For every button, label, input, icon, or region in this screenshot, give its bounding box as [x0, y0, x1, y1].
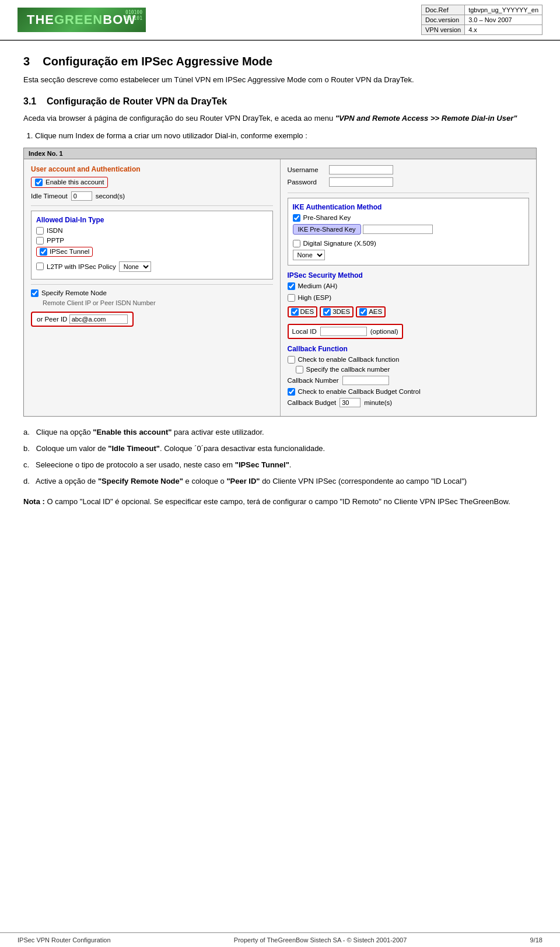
dial-in-title: Allowed Dial-In Type [36, 216, 268, 224]
panel-title: Index No. 1 [24, 148, 536, 159]
specify-remote-label: Specify Remote Node [41, 289, 107, 296]
panel-right: Username Password IKE Authentication Met… [281, 159, 537, 416]
l2tp-row: L2TP with IPSec Policy None [36, 261, 268, 272]
username-row: Username [288, 165, 530, 174]
section3-heading: 3 Configuração em IPSec Aggressive Mode [23, 55, 537, 68]
peer-id-input[interactable] [69, 314, 128, 324]
below-steps: a. Clique na opção "Enable this account"… [23, 426, 537, 488]
callback-number-input[interactable] [342, 376, 389, 385]
local-id-optional: (optional) [370, 328, 398, 335]
doc-info-table: Doc.Ref tgbvpn_ug_YYYYYY_en Doc.version … [421, 5, 542, 35]
ipsec-security-title: IPSec Security Method [288, 271, 530, 279]
step-b-letter: b. [23, 444, 30, 453]
preshared-key-checkbox[interactable] [293, 214, 300, 222]
password-row: Password [288, 177, 530, 187]
or-peer-id-label: or Peer ID [37, 316, 67, 323]
ipsec-checkbox[interactable] [40, 248, 47, 256]
local-id-label: Local ID [292, 328, 317, 335]
check-enable-callback-row: Check to enable Callback function [288, 356, 530, 364]
config-panel: Index No. 1 User account and Authenticat… [23, 148, 537, 417]
ike-preshared-row: IKE Pre-Shared Key [293, 224, 524, 237]
aes-label: AES [369, 308, 382, 315]
step-a-rest: para activar este utilizador. [172, 428, 264, 436]
callback-section: Callback Function Check to enable Callba… [288, 345, 530, 407]
step-d-mid: e coloque o [183, 477, 226, 485]
callback-number-label: Callback Number [288, 377, 339, 384]
digital-sig-label: Digital Signature (X.509) [303, 240, 376, 247]
check-budget-row: Check to enable Callback Budget Control [288, 388, 530, 396]
specify-remote-checkbox[interactable] [31, 289, 38, 297]
ike-preshared-key-input[interactable] [363, 225, 433, 234]
des-highlight: DES [288, 306, 318, 317]
nota-block: Nota : O campo "Local ID" é opcional. Se… [23, 496, 537, 508]
footer-center: Property of TheGreenBow Sistech SA - © S… [234, 936, 407, 943]
high-esp-checkbox[interactable] [288, 294, 295, 302]
step-a: a. Clique na opção "Enable this account"… [23, 426, 537, 439]
doc-ref-label: Doc.Ref [421, 5, 464, 15]
username-label: Username [288, 166, 326, 173]
step-a-bold: "Enable this account" [93, 428, 172, 436]
step-c-text: Seleecione o tipo de protocolo a ser usa… [36, 460, 235, 469]
step-a-letter: a. [23, 428, 30, 436]
password-input[interactable] [329, 177, 393, 187]
specify-remote-checkbox-row: Specify Remote Node [31, 289, 273, 297]
ike-section: IKE Authentication Method Pre-Shared Key… [288, 198, 530, 265]
footer-left: IPSec VPN Router Configuration [18, 936, 111, 943]
section31-body: Aceda via browser á página de configuraç… [23, 113, 537, 125]
enable-account-checkbox[interactable] [35, 179, 43, 186]
ike-preshared-key-btn[interactable]: IKE Pre-Shared Key [293, 224, 361, 235]
isdn-label: ISDN [47, 227, 62, 234]
enable-callback-checkbox[interactable] [288, 356, 295, 364]
logo-text: THEGREENBOW [27, 12, 136, 27]
specify-callback-checkbox[interactable] [296, 366, 303, 373]
step-d-letter: d. [23, 477, 30, 485]
3des-checkbox[interactable] [323, 308, 331, 316]
enable-account-row: Enable this account [31, 177, 108, 188]
digital-dropdown[interactable]: None [293, 250, 325, 260]
page-footer: IPSec VPN Router Configuration Property … [0, 932, 560, 947]
idle-timeout-input[interactable] [71, 191, 92, 201]
user-account-section-title: User account and Authentication [31, 165, 273, 173]
des-label: DES [300, 308, 314, 315]
section31-title: Configuração de Router VPN da DrayTek [47, 96, 227, 106]
local-id-section: Local ID (optional) [288, 321, 530, 339]
pptp-checkbox[interactable] [36, 237, 44, 244]
step-d-text: Active a opção de [36, 477, 98, 485]
password-label: Password [288, 179, 326, 186]
l2tp-checkbox[interactable] [36, 263, 44, 270]
step-c-bold: "IPSec Tunnel" [235, 460, 289, 469]
digital-sig-row: Digital Signature (X.509) [293, 240, 524, 247]
local-id-input[interactable] [320, 327, 367, 336]
des-checkbox[interactable] [291, 308, 299, 316]
nota-text: O campo "Local ID" é opcional. Se especi… [45, 497, 510, 506]
logo-box: THEGREENBOW 010100011101 [18, 8, 146, 32]
idle-timeout-label: Idle Timeout [31, 193, 68, 200]
logo-code: 010100011101 [125, 10, 142, 21]
digital-sig-checkbox[interactable] [293, 240, 300, 247]
callback-budget-input[interactable] [340, 398, 360, 407]
section3-title: Configuração em IPSec Aggressive Mode [43, 55, 272, 68]
step-d: d. Active a opção de "Specify Remote Nod… [23, 475, 537, 488]
enable-account-label: Enable this account [46, 179, 104, 186]
l2tp-label: L2TP with IPSec Policy [47, 263, 116, 270]
callback-title: Callback Function [288, 345, 530, 353]
panel-body: User account and Authentication Enable t… [24, 159, 536, 416]
username-input[interactable] [329, 165, 393, 174]
aes-highlight: AES [356, 306, 386, 317]
step-1: Clique num Index de forma a criar um nov… [35, 130, 537, 142]
logo-area: THEGREENBOW 010100011101 [18, 5, 410, 35]
isdn-checkbox[interactable] [36, 227, 44, 235]
doc-ref-value: tgbvpn_ug_YYYYYY_en [465, 5, 542, 15]
step-b: b. Coloque um valor de "Idle Timeout". C… [23, 442, 537, 455]
vpn-version-value: 4.x [465, 25, 542, 35]
medium-ah-row: Medium (AH) [288, 282, 530, 290]
peer-id-box: or Peer ID [31, 312, 134, 327]
pptp-label: PPTP [47, 237, 64, 244]
des-row: DES 3DES AES [288, 306, 530, 317]
step-a-text: Clique na opção [36, 428, 93, 436]
medium-ah-checkbox[interactable] [288, 282, 295, 290]
aes-checkbox[interactable] [359, 308, 367, 316]
step-list: Clique num Index de forma a criar um nov… [35, 130, 537, 142]
enable-budget-checkbox[interactable] [288, 388, 295, 396]
l2tp-dropdown[interactable]: None [119, 261, 151, 272]
